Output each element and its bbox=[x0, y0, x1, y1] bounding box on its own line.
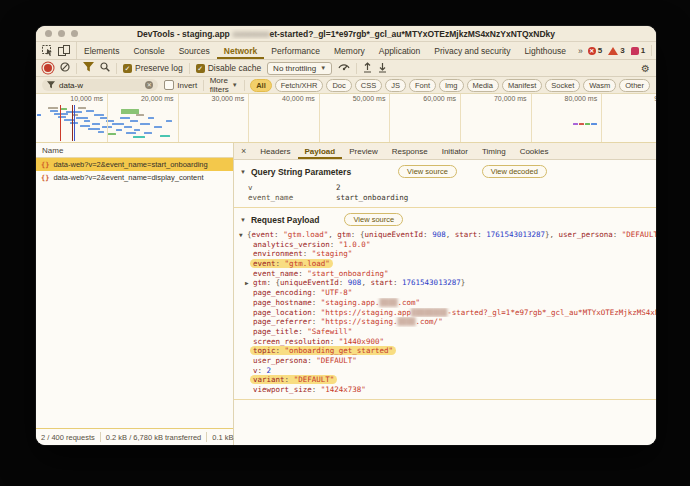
detail-tab-headers[interactable]: Headers bbox=[253, 143, 297, 159]
filter-input[interactable]: data-w ✕ bbox=[42, 79, 158, 91]
view-source-button[interactable]: View source bbox=[398, 165, 457, 178]
caret-expanded-icon[interactable]: ▼ bbox=[239, 230, 243, 240]
payload-line[interactable]: ▼{event: "gtm.load", gtm: {uniqueEventId… bbox=[234, 230, 656, 240]
payload-line[interactable]: page_referrer: "https://staging.████.com… bbox=[234, 317, 656, 327]
disable-cache-checkbox[interactable]: ✓Disable cache bbox=[196, 63, 261, 73]
chip-other[interactable]: Other bbox=[619, 79, 650, 92]
tab-sources[interactable]: Sources bbox=[172, 42, 217, 59]
export-har-icon[interactable] bbox=[378, 62, 387, 75]
filter-icon[interactable] bbox=[83, 62, 94, 74]
tab-application[interactable]: Application bbox=[372, 42, 428, 59]
preserve-log-checkbox[interactable]: ✓Preserve log bbox=[123, 63, 183, 73]
caret-collapsed-icon[interactable]: ▶ bbox=[245, 278, 249, 288]
payload-segment: } bbox=[461, 278, 466, 287]
waterfall-bar bbox=[80, 125, 90, 127]
detail-tab-initiator[interactable]: Initiator bbox=[435, 143, 475, 159]
chip-socket[interactable]: Socket bbox=[545, 79, 580, 92]
network-conditions-icon[interactable] bbox=[338, 62, 350, 74]
invert-checkbox[interactable]: Invert bbox=[164, 80, 197, 90]
payload-segment: "staging" bbox=[312, 249, 353, 258]
chip-font[interactable]: Font bbox=[409, 79, 436, 92]
payload-segment: , bbox=[328, 230, 337, 239]
detail-tab-cookies[interactable]: Cookies bbox=[513, 143, 556, 159]
timeline-gridline bbox=[248, 94, 249, 142]
request-row[interactable]: {}data-web?v=2&event_name=start_onboardi… bbox=[36, 158, 233, 171]
inspect-element-icon[interactable] bbox=[42, 45, 53, 56]
detail-tab-response[interactable]: Response bbox=[385, 143, 435, 159]
tab-privacy-and-security[interactable]: Privacy and security bbox=[427, 42, 517, 59]
payload-segment: 908 bbox=[432, 230, 446, 239]
waterfall-bar bbox=[98, 131, 104, 133]
payload-line[interactable]: event_name: "start_onboarding" bbox=[234, 269, 656, 279]
payload-line[interactable]: event: "gtm.load" bbox=[234, 259, 656, 269]
timeline-gridline bbox=[319, 94, 320, 142]
waterfall-bar bbox=[585, 123, 590, 125]
detail-tab-timing[interactable]: Timing bbox=[475, 143, 513, 159]
error-badge[interactable]: ✕5 bbox=[588, 46, 602, 55]
issues-badge[interactable]: 1 bbox=[631, 46, 645, 55]
payload-line[interactable]: topic: "onboarding_get_started" bbox=[234, 346, 656, 356]
request-list-panel: Name {}data-web?v=2&event_name=start_onb… bbox=[36, 143, 234, 445]
chip-img[interactable]: Img bbox=[439, 79, 464, 92]
payload-line[interactable]: user_persona: "DEFAULT" bbox=[234, 356, 656, 366]
query-string-section-header[interactable]: ▼ Query String Parameters View source Vi… bbox=[234, 160, 656, 182]
payload-segment: -started?_gl=1*e97rgb*_gcl_au*MTYxOTEzMj… bbox=[447, 308, 656, 317]
request-payload-section-header[interactable]: ▼ Request Payload View source bbox=[234, 208, 656, 230]
throttling-select[interactable]: No throttling▼ bbox=[267, 62, 332, 75]
payload-line[interactable]: page_hostname: "staging.app.████.com" bbox=[234, 298, 656, 308]
payload-line[interactable]: viewport_size: "1424x738" bbox=[234, 385, 656, 395]
payload-segment: page_title bbox=[253, 327, 298, 336]
payload-segment: : bbox=[330, 337, 339, 346]
more-filters-dropdown[interactable]: More filters▼ bbox=[210, 76, 238, 94]
chip-wasm[interactable]: Wasm bbox=[583, 79, 616, 92]
tab-elements[interactable]: Elements bbox=[77, 42, 126, 59]
payload-line[interactable]: variant: "DEFAULT" bbox=[234, 375, 656, 385]
waterfall-bar bbox=[130, 120, 138, 122]
tab-performance[interactable]: Performance bbox=[264, 42, 327, 59]
waterfall-bar bbox=[591, 123, 597, 125]
more-tabs-button[interactable]: » bbox=[573, 42, 588, 59]
payload-line[interactable]: page_encoding: "UTF-8" bbox=[234, 288, 656, 298]
tab-lighthouse[interactable]: Lighthouse bbox=[517, 42, 573, 59]
network-overview-strip[interactable]: 10,000 ms20,000 ms30,000 ms40,000 ms50,0… bbox=[36, 94, 656, 143]
chip-js[interactable]: JS bbox=[385, 79, 406, 92]
chip-css[interactable]: CSS bbox=[355, 79, 382, 92]
payload-line[interactable]: environment: "staging" bbox=[234, 249, 656, 259]
chip-media[interactable]: Media bbox=[467, 79, 499, 92]
waterfall-bar bbox=[76, 117, 88, 119]
payload-line[interactable]: analytics_version: "1.0.0" bbox=[234, 240, 656, 250]
clear-filter-icon[interactable]: ✕ bbox=[145, 81, 153, 89]
view-source-button[interactable]: View source bbox=[344, 213, 403, 226]
chip-doc[interactable]: Doc bbox=[326, 79, 351, 92]
tab-console[interactable]: Console bbox=[126, 42, 171, 59]
warning-badge[interactable]: 3 bbox=[608, 46, 624, 55]
tab-memory[interactable]: Memory bbox=[327, 42, 372, 59]
payload-line[interactable]: ▶gtm: {uniqueEventId: 908, start: 176154… bbox=[234, 278, 656, 288]
search-icon[interactable] bbox=[100, 62, 110, 74]
close-detail-icon[interactable]: × bbox=[234, 143, 253, 159]
network-split-view: Name {}data-web?v=2&event_name=start_onb… bbox=[36, 143, 656, 445]
detail-tab-payload[interactable]: Payload bbox=[298, 143, 343, 159]
tab-network[interactable]: Network bbox=[217, 42, 265, 59]
network-status-bar: 2 / 400 requests0.2 kB / 6,780 kB transf… bbox=[36, 428, 233, 445]
import-har-icon[interactable] bbox=[363, 62, 372, 75]
payload-line[interactable]: page_title: "Safewill" bbox=[234, 327, 656, 337]
param-key: event_name bbox=[234, 193, 336, 202]
detail-tab-preview[interactable]: Preview bbox=[342, 143, 384, 159]
record-network-log-button[interactable] bbox=[44, 64, 52, 72]
name-column-header[interactable]: Name bbox=[36, 143, 233, 158]
device-toolbar-icon[interactable] bbox=[58, 45, 70, 56]
window-titlebar[interactable]: DevTools - staging.app xxxxxxxxxxet-star… bbox=[36, 26, 656, 42]
view-decoded-button[interactable]: View decoded bbox=[482, 165, 547, 178]
chip-manifest[interactable]: Manifest bbox=[502, 79, 542, 92]
payload-line[interactable]: page_location: "https://staging.app█████… bbox=[234, 308, 656, 318]
devtools-window: DevTools - staging.app xxxxxxxxxxet-star… bbox=[36, 26, 656, 445]
payload-end-divider bbox=[234, 399, 656, 400]
network-settings-gear-icon[interactable]: ⚙ bbox=[641, 63, 650, 74]
payload-line[interactable]: screen_resolution: "1440x900" bbox=[234, 337, 656, 347]
chip-all[interactable]: All bbox=[250, 79, 272, 92]
clear-network-log-icon[interactable] bbox=[60, 62, 70, 74]
chip-fetch-xhr[interactable]: Fetch/XHR bbox=[275, 79, 324, 92]
payload-line[interactable]: v: 2 bbox=[234, 366, 656, 376]
request-row[interactable]: {}data-web?v=2&event_name=display_conten… bbox=[36, 171, 233, 184]
